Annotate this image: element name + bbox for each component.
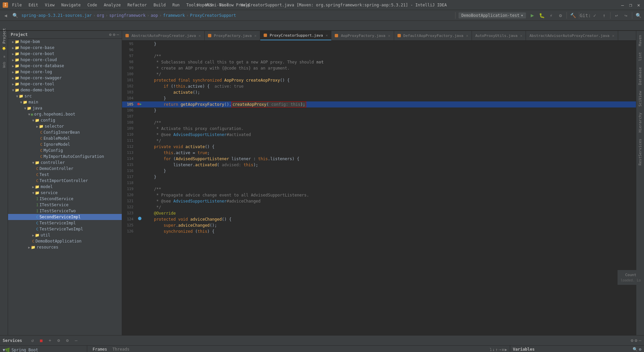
menu-item-build[interactable]: Build: [152, 2, 167, 8]
tree-item-config[interactable]: ▼ 📁 config: [8, 117, 122, 123]
tree-item-test[interactable]: C Test: [8, 172, 122, 178]
vcs-update[interactable]: Git:: [581, 11, 590, 20]
stop-button[interactable]: ■: [38, 337, 45, 344]
tab-aopproxyfactory[interactable]: AopProxyFactory.java ✕: [331, 31, 394, 40]
menu-item-run[interactable]: Run: [171, 2, 181, 8]
close-icon[interactable]: ✕: [612, 34, 614, 38]
tree-item-model[interactable]: ▶ 📁 model: [8, 184, 122, 190]
tab-defaultaopproxyfactory[interactable]: DefaultAopProxyFactory.java ✕: [394, 31, 472, 40]
tree-item-src[interactable]: ▼ 📁 src: [8, 93, 122, 99]
database-label[interactable]: Database: [637, 64, 643, 88]
breadcrumb-part-4[interactable]: aop: [151, 13, 158, 18]
close-button[interactable]: ✕: [636, 2, 641, 8]
menu-item-code[interactable]: Code: [86, 2, 99, 8]
tree-item-hope-bom[interactable]: ▶ 📁 hope-bom: [8, 39, 122, 45]
run-with-coverage-button[interactable]: ⚡: [547, 11, 555, 20]
menu-item-navigate[interactable]: Navigate: [60, 2, 82, 8]
tab-proxyfactory[interactable]: ProxyFactory.java ✕: [205, 31, 260, 40]
tree-item-hope-core-base[interactable]: ▶ 📁 hope-core-base: [8, 45, 122, 51]
undo-button[interactable]: ↩: [612, 11, 621, 20]
tree-item-myconfig[interactable]: C MyConfig: [8, 147, 122, 153]
redo-button[interactable]: ↪: [622, 11, 630, 20]
tree-item-java[interactable]: ▼ 📁 java: [8, 105, 122, 111]
collapse-icon[interactable]: —: [117, 32, 119, 37]
tree-item-hope-core-boot[interactable]: ▶ 📁 hope-core-boot: [8, 51, 122, 57]
menu-item-edit[interactable]: Edit: [27, 2, 40, 8]
close-icon[interactable]: ✕: [520, 34, 523, 38]
step-over-icon[interactable]: ⤵: [490, 347, 492, 352]
breadcrumb-part-1[interactable]: spring-aop-5.3.21-sources.jar: [21, 13, 92, 18]
settings2-button[interactable]: ⚙: [64, 337, 71, 344]
tree-item-package[interactable]: ▼ ▣ org.hopehomi.boot: [8, 111, 122, 117]
tree-item-isecondservice[interactable]: I ISecondService: [8, 196, 122, 202]
toolbar-search[interactable]: 🔍: [11, 11, 19, 20]
close-icon[interactable]: —: [639, 338, 641, 343]
settings-icon[interactable]: ⚙: [113, 32, 115, 37]
build-button[interactable]: 🔨: [569, 11, 577, 20]
favorites-icon[interactable]: ⭐: [0, 45, 8, 52]
step-into-icon[interactable]: ↓: [492, 347, 495, 352]
settings-button[interactable]: ⚙: [55, 337, 62, 344]
breadcrumb-part-5[interactable]: framework: [163, 13, 185, 18]
threads-tab[interactable]: Threads: [110, 346, 132, 352]
tree-item-itestservice[interactable]: I ITestService: [8, 202, 122, 208]
sciview-label[interactable]: SciView: [637, 88, 643, 109]
tree-item-testserviceimpl[interactable]: C TestServiceImpl: [8, 220, 122, 226]
run-to-cursor-icon[interactable]: ⇢: [498, 347, 501, 352]
tab-autoproxyutils[interactable]: AutoProxyUtils.java ✕: [472, 31, 526, 40]
tree-item-hope-core-tool[interactable]: ▶ 📁 hope-core-tool: [8, 81, 122, 87]
tree-item-enablemodel[interactable]: C EnableModel: [8, 135, 122, 141]
breadcrumb-part-6[interactable]: ProxyCreatorSupport: [190, 13, 236, 18]
tree-item-hope-core-swagger[interactable]: ▶ 📁 hope-core-swagger: [8, 75, 122, 81]
tree-item-itestservicetwo[interactable]: I ITestServiceTwo: [8, 208, 122, 214]
settings2-icon[interactable]: ⚙: [635, 338, 637, 343]
tree-item-selector[interactable]: ▶ 📁 selector: [8, 123, 122, 129]
hierarchy-label[interactable]: Hierarchy: [637, 110, 643, 135]
tree-item-testservicetwoimpl[interactable]: C TestServiceTwoImpl: [8, 226, 122, 232]
settings-icon[interactable]: ⚙: [639, 347, 641, 352]
window-controls[interactable]: — ❐ ✕: [620, 2, 641, 8]
menu-item-analyze[interactable]: Analyze: [102, 2, 122, 8]
tree-item-demo-demo-boot[interactable]: ▼ 📁 demo-demo-boot: [8, 87, 122, 93]
tree-item-resources[interactable]: ▶ 📁 resources: [8, 244, 122, 250]
vcs-commit[interactable]: ✓: [590, 11, 599, 20]
search-icon[interactable]: 🔍: [633, 347, 638, 352]
resume-icon[interactable]: ▶: [505, 347, 507, 352]
tree-item-democontroller[interactable]: C DemoController: [8, 166, 122, 172]
menu-item-refactor[interactable]: Refactor: [126, 2, 148, 8]
tree-item-configinnerbean[interactable]: C ConfigInnerBean: [8, 129, 122, 135]
menu-item-file[interactable]: File: [11, 2, 23, 8]
lint-label[interactable]: lint: [637, 49, 643, 64]
menu-item-view[interactable]: View: [44, 2, 56, 8]
tab-abstractadvisor[interactable]: AbstractAdvisorAutoProxyCreator.java ✕: [526, 31, 618, 40]
run-button[interactable]: ▶: [528, 11, 537, 20]
tree-item-service[interactable]: ▼ 📁 service: [8, 190, 122, 196]
maven-label[interactable]: Maven: [637, 32, 643, 49]
close-icon[interactable]: ✕: [199, 34, 201, 38]
svc-item-springboot[interactable]: ▼ 🌿 Spring Boot: [0, 347, 87, 352]
add-button[interactable]: +: [46, 337, 54, 344]
tab-proxycreator-support[interactable]: ProxyCreatorSupport.java ✕: [260, 31, 332, 40]
breadcrumb-part-3[interactable]: springframework: [109, 13, 146, 18]
close-icon[interactable]: ✕: [254, 34, 257, 38]
toolbar-back[interactable]: ◀: [1, 11, 10, 20]
code-editor[interactable]: 95 } 96 97 /** 98 * Subclasses should ca…: [122, 41, 636, 335]
tree-item-secondserviceimpl[interactable]: C SecondServiceImpl: [8, 214, 122, 220]
tree-item-hope-core-log[interactable]: ▶ 📁 hope-core-log: [8, 69, 122, 75]
breadcrumb-part-2[interactable]: org: [97, 13, 104, 18]
tree-item-hope-core-cloud[interactable]: ▶ 📁 hope-core-cloud: [8, 57, 122, 63]
tree-item-ignoremodel[interactable]: C IgnoreModel: [8, 141, 122, 147]
web-icon[interactable]: Web: [0, 61, 8, 69]
close-icon[interactable]: ✕: [466, 34, 468, 38]
settings-icon[interactable]: ⚙: [631, 338, 634, 343]
frames-tab[interactable]: Frames: [90, 346, 110, 352]
refresh-button[interactable]: ↺: [29, 337, 36, 344]
close-icon[interactable]: ✕: [388, 34, 390, 38]
close-icon[interactable]: ✕: [326, 33, 328, 38]
step-out-icon[interactable]: ↑: [495, 347, 498, 352]
tree-item-demobootapplication[interactable]: C DemoBootApplication: [8, 238, 122, 244]
tree-item-main[interactable]: ▼ 📁 main: [8, 99, 122, 105]
collapse-button[interactable]: —: [72, 337, 80, 344]
tree-item-util[interactable]: ▶ 📁 util: [8, 232, 122, 238]
debug-button[interactable]: 🐛: [537, 11, 546, 20]
